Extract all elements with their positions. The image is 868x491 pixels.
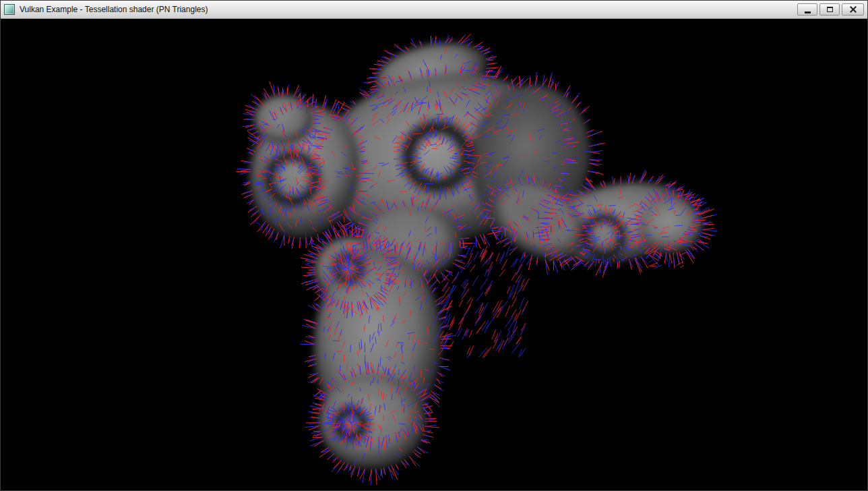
viewport[interactable] xyxy=(1,19,867,490)
minimize-button[interactable] xyxy=(797,3,817,16)
close-icon xyxy=(849,5,857,13)
vulkan-app-icon[interactable] xyxy=(4,4,15,15)
app-window: Vulkan Example - Tessellation shader (PN… xyxy=(0,0,868,491)
minimize-icon xyxy=(805,11,811,13)
window-controls xyxy=(797,3,864,16)
close-button[interactable] xyxy=(842,3,864,16)
render-canvas[interactable] xyxy=(1,19,867,490)
maximize-button[interactable] xyxy=(819,3,840,16)
titlebar[interactable]: Vulkan Example - Tessellation shader (PN… xyxy=(1,1,867,19)
maximize-icon xyxy=(827,7,833,12)
window-title: Vulkan Example - Tessellation shader (PN… xyxy=(20,5,208,14)
